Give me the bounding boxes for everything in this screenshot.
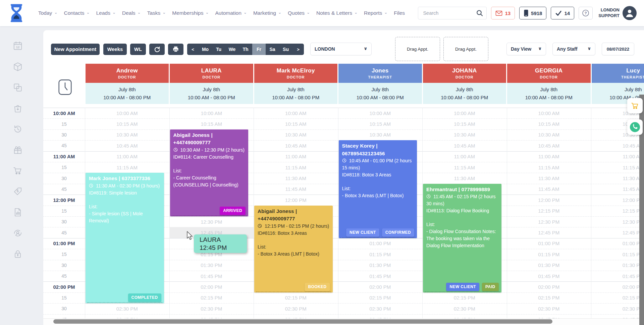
time-slot[interactable]: 10:30 AM [85,129,169,140]
nav-item-notes-letters[interactable]: Notes & Letters⌄ [316,10,358,16]
time-slot[interactable]: 11:15 AM [85,162,169,173]
day-button-sa[interactable]: Sa [266,44,279,55]
weeks-button[interactable]: Weeks [103,44,127,55]
time-slot[interactable]: 11:45 AM [254,184,338,195]
time-slot[interactable]: 11:30 AM [591,173,644,183]
time-slot[interactable]: 12:15 PM [591,206,644,216]
time-slot[interactable]: 01:00 PM [591,238,644,249]
time-slot[interactable]: 02:15 PM [338,292,423,303]
appointment-card[interactable]: Ehrmantraut | 0778999889 11:45 AM - 02:1… [423,184,501,292]
time-slot[interactable]: 10:00 AM [422,108,507,118]
time-slot[interactable]: 10:15 AM [169,118,254,129]
time-slot[interactable]: 01:45 PM [338,271,423,281]
time-slot[interactable]: 01:15 PM [338,249,423,260]
time-slot[interactable]: 01:00 PM [507,238,591,249]
appointment-card[interactable]: Mark Jones | 6373377336 11:30 AM - 02:30… [86,173,164,303]
day-button-su[interactable]: Su [279,44,292,55]
time-slot[interactable]: 12:30 PM [169,216,254,227]
time-slot[interactable]: 02:00 PM [169,281,254,292]
time-slot[interactable]: 11:45 AM [591,184,644,195]
time-slot[interactable]: 10:45 AM [507,140,591,151]
day-button-th[interactable]: Th [239,44,252,55]
hourglass-logo[interactable] [9,4,24,22]
time-slot[interactable]: 01:45 PM [169,271,254,281]
calendar-icon[interactable]: 12 [13,41,23,51]
time-slot[interactable]: 02:30 PM [591,303,644,314]
price-tag-icon[interactable]: $ [13,186,23,197]
time-slot[interactable]: 10:00 AM [338,108,423,118]
day-button-tu[interactable]: Tu [212,44,225,55]
messages-badge[interactable]: 13 [491,7,515,19]
time-slot[interactable]: 02:00 PM [507,281,591,292]
time-slot[interactable]: 10:00 AM [254,108,338,118]
column-header-lucy[interactable]: LucyTHERAPIST [592,64,644,83]
search-icon[interactable] [476,9,483,17]
time-slot[interactable]: 10:45 AM [591,140,644,151]
time-slot[interactable]: 10:00 AM [169,108,254,118]
location-select[interactable]: LONDON∨ [310,43,372,55]
time-slot[interactable]: 12:30 PM [507,216,591,227]
time-slot[interactable]: 12:30 PM [591,216,644,227]
nav-item-files[interactable]: Files [394,10,405,16]
time-slot[interactable]: 10:00 AM [85,108,169,118]
time-slot[interactable]: 12:00 PM [254,195,338,205]
nav-item-reports[interactable]: Reports⌄ [364,10,387,16]
nav-item-memberships[interactable]: Memberships⌄ [172,10,209,16]
new-appointment-button[interactable]: New Appointment [51,44,100,55]
time-slot[interactable]: 01:30 PM [507,260,591,271]
time-slot[interactable]: 10:45 AM [254,140,338,151]
appointment-card[interactable]: Abigail Joness | +447490009777 10:30 AM … [170,129,249,216]
time-slot[interactable]: 02:30 PM [507,303,591,314]
time-slot[interactable]: 12:15 PM [507,206,591,216]
time-slot[interactable]: 10:45 AM [85,140,169,151]
drag-appointment-slot-1[interactable]: Drag Appt. [395,37,440,61]
cart-float-button[interactable] [627,98,643,113]
column-header-jones[interactable]: JonesTHERAPIST [338,64,422,83]
lock-icon[interactable] [13,249,23,259]
appointment-card[interactable]: Abigail Joness | +447490009777 12:15 PM … [254,206,333,292]
time-slot[interactable]: 10:30 AM [254,129,338,140]
time-slot[interactable]: 11:00 AM [507,151,591,162]
print-button[interactable] [168,44,183,55]
next-day-button[interactable]: > [292,44,304,55]
date-picker[interactable]: 08/07/2022 [602,43,634,55]
time-slot[interactable]: 10:15 AM [507,118,591,129]
time-slot[interactable]: 01:45 PM [507,271,591,281]
time-slot[interactable]: 10:45 AM [422,140,507,151]
time-slot[interactable]: 11:45 AM [507,184,591,195]
time-slot[interactable]: 11:00 AM [591,151,644,162]
day-button-fr[interactable]: Fr [252,44,266,55]
time-slot[interactable]: 02:15 PM [507,292,591,303]
cart-icon[interactable] [13,166,23,176]
time-slot[interactable]: 02:15 PM [591,292,644,303]
column-header-laura[interactable]: LAURADOCTOR [170,64,253,83]
time-slot[interactable]: 10:15 AM [85,118,169,129]
nav-item-today[interactable]: Today⌄ [38,10,57,16]
time-slot[interactable]: 12:45 PM [507,227,591,238]
time-slot[interactable]: 01:15 PM [507,249,591,260]
nav-item-leads[interactable]: Leads⌄ [96,10,116,16]
time-slot[interactable]: 10:30 AM [338,129,423,140]
nav-item-quotes[interactable]: Quotes⌄ [288,10,310,16]
nav-item-marketing[interactable]: Marketing⌄ [253,10,281,16]
calls-badge[interactable]: 5918 [519,7,546,19]
time-slot[interactable]: 11:00 AM [422,151,507,162]
time-slot[interactable]: 11:15 AM [422,162,507,173]
phone-float-button[interactable] [627,119,643,135]
time-slot[interactable]: 02:30 PM [169,303,254,314]
time-slot[interactable]: 10:30 AM [507,129,591,140]
time-slot[interactable]: 02:00 PM [591,281,644,292]
time-slot[interactable]: 11:00 AM [254,151,338,162]
horizontal-scrollbar-thumb[interactable] [53,319,552,324]
time-slot[interactable]: 12:00 PM [507,195,591,205]
time-slot[interactable]: 02:15 PM [422,292,507,303]
time-slot[interactable]: 01:30 PM [169,260,254,271]
day-button-we[interactable]: We [225,44,239,55]
nav-item-tasks[interactable]: Tasks⌄ [147,10,166,16]
drag-appointment-slot-2[interactable]: Drag Appt. [443,37,488,61]
time-slot[interactable]: 02:30 PM [254,303,338,314]
time-slot[interactable]: 02:30 PM [338,303,423,314]
time-slot[interactable]: 01:45 PM [591,271,644,281]
refresh-button[interactable] [149,44,165,55]
time-slot[interactable]: 12:45 PM [591,227,644,238]
